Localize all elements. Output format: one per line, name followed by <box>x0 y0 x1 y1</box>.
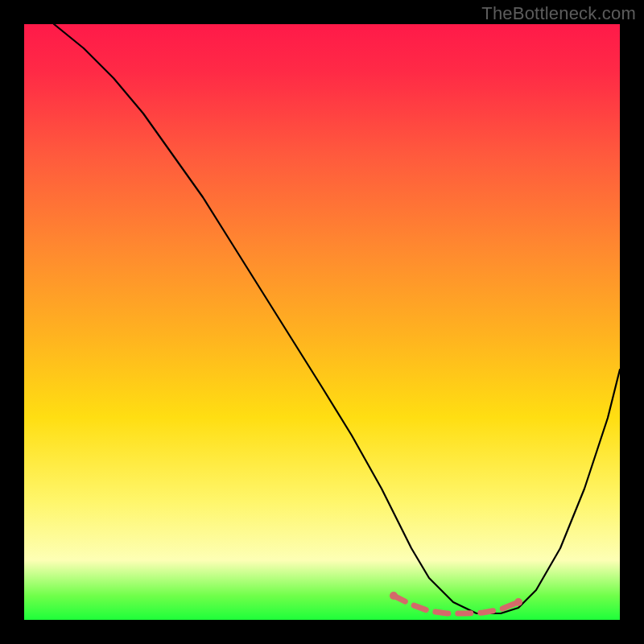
plot-area <box>24 24 620 620</box>
dot-start <box>390 592 398 600</box>
optimal-zone-marker <box>394 596 518 613</box>
chart-frame: TheBottleneck.com <box>0 0 644 644</box>
chart-svg <box>24 24 620 620</box>
bottleneck-curve <box>54 24 620 613</box>
watermark-text: TheBottleneck.com <box>481 3 636 24</box>
dot-end <box>514 598 522 606</box>
